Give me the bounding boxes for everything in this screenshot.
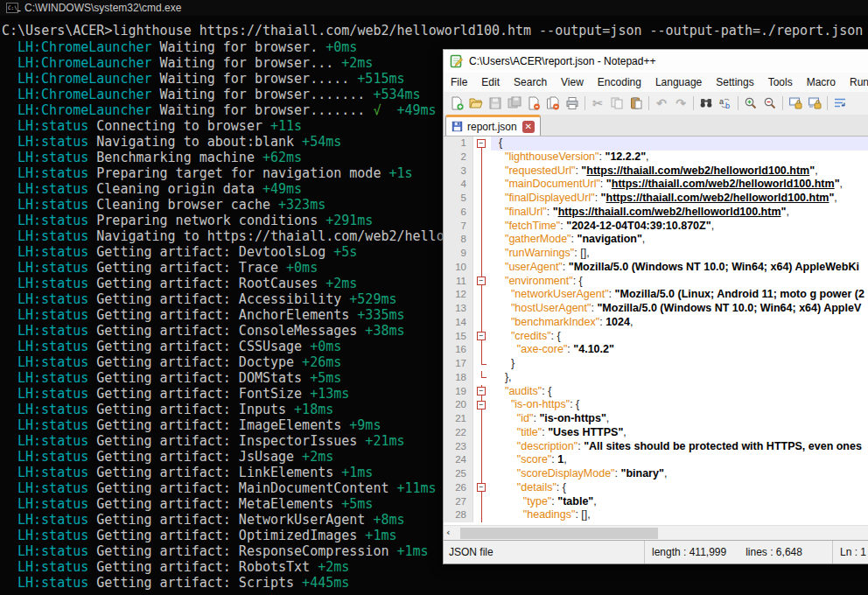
fold-guide xyxy=(473,192,491,206)
line-number: 12 xyxy=(444,288,473,302)
menu-settings[interactable]: Settings xyxy=(709,76,760,88)
code-text[interactable]: "headings": [], xyxy=(491,508,868,522)
cmd-titlebar[interactable]: C:\_ C:\WINDOWS\system32\cmd.exe xyxy=(0,0,868,16)
menu-search[interactable]: Search xyxy=(507,76,554,88)
code-line: 2 "lighthouseVersion": "12.2.2", xyxy=(444,150,868,164)
code-text[interactable]: "title": "Uses HTTPS", xyxy=(491,426,868,440)
copy-icon[interactable] xyxy=(607,94,626,112)
code-text[interactable]: "benchmarkIndex": 1024, xyxy=(491,316,868,330)
menu-encoding[interactable]: Encoding xyxy=(591,76,648,88)
code-line: 9 "runWarnings": [], xyxy=(444,247,868,261)
zoom-out-icon[interactable] xyxy=(760,94,780,112)
save-all-icon[interactable] xyxy=(505,94,524,112)
code-text[interactable]: "id": "is-on-https", xyxy=(491,412,868,426)
fold-collapse-icon[interactable]: − xyxy=(473,481,491,495)
horizontal-scrollbar[interactable]: ‹ xyxy=(444,525,868,540)
menu-tools[interactable]: Tools xyxy=(761,76,800,88)
fold-guide xyxy=(473,495,491,509)
new-file-icon[interactable] xyxy=(447,94,466,112)
line-number: 19 xyxy=(444,385,473,399)
replace-icon[interactable]: ab xyxy=(716,94,735,112)
code-text[interactable]: "score": 1, xyxy=(491,453,868,467)
fold-guide xyxy=(473,440,491,454)
code-text[interactable]: "runWarnings": [], xyxy=(491,247,868,261)
code-text[interactable]: "description": "All sites should be prot… xyxy=(491,440,868,454)
status-bar: JSON file length : 411,999 lines : 6,648… xyxy=(444,540,868,564)
fold-collapse-icon[interactable]: − xyxy=(473,330,491,344)
menu-view[interactable]: View xyxy=(554,76,591,88)
fold-guide xyxy=(473,453,491,467)
toolbar-separator xyxy=(738,96,738,110)
fold-collapse-icon[interactable]: − xyxy=(473,385,491,399)
fold-guide xyxy=(473,164,491,178)
fold-collapse-icon[interactable]: − xyxy=(473,275,491,289)
line-number: 8 xyxy=(444,233,473,247)
undo-icon[interactable]: ↶ xyxy=(652,94,671,112)
tab-report-json[interactable]: report.json ✕ xyxy=(445,115,541,136)
cut-icon[interactable]: ✂ xyxy=(588,94,607,112)
tab-close-icon[interactable]: ✕ xyxy=(522,121,535,133)
code-text[interactable]: "fetchTime": "2024-12-04T04:39:10.870Z", xyxy=(491,220,868,234)
code-line: 20− "is-on-https": { xyxy=(444,398,868,412)
screen: C:\_ C:\WINDOWS\system32\cmd.exe C:\User… xyxy=(0,0,868,595)
zoom-in-icon[interactable] xyxy=(741,94,760,112)
code-text[interactable]: "networkUserAgent": "Mozilla/5.0 (Linux;… xyxy=(491,288,868,302)
word-wrap-icon[interactable] xyxy=(830,94,850,112)
line-number: 3 xyxy=(444,164,473,178)
editor-area[interactable]: 1−{2 "lighthouseVersion": "12.2.2",3 "re… xyxy=(444,136,868,525)
code-text[interactable]: "credits": { xyxy=(491,330,868,344)
close-all-icon[interactable] xyxy=(543,94,563,112)
code-text[interactable]: "lighthouseVersion": "12.2.2", xyxy=(491,150,868,164)
code-text[interactable]: "is-on-https": { xyxy=(491,398,868,412)
code-text[interactable]: }, xyxy=(491,371,868,385)
code-text[interactable]: "audits": { xyxy=(491,385,868,399)
code-text[interactable]: "requestedUrl": "https://thaiall.com/web… xyxy=(491,164,868,178)
line-number: 1 xyxy=(444,136,473,150)
fold-guide xyxy=(473,220,491,234)
menu-macro[interactable]: Macro xyxy=(800,76,843,88)
close-file-icon[interactable] xyxy=(524,94,543,112)
tab-bar: report.json ✕ xyxy=(444,115,868,136)
code-line: 6 "finalUrl": "https://thaiall.com/web2/… xyxy=(444,206,868,220)
notepadpp-titlebar[interactable]: C:\Users\ACER\report.json - Notepad++ xyxy=(444,50,868,73)
toolbar-separator xyxy=(827,96,828,110)
code-text[interactable]: "userAgent": "Mozilla/5.0 (Windows NT 10… xyxy=(491,261,868,275)
scroll-left-arrow-icon[interactable]: ‹ xyxy=(446,526,458,541)
code-text[interactable]: "hostUserAgent": "Mozilla/5.0 (Windows N… xyxy=(491,302,868,316)
code-text[interactable]: "details": { xyxy=(491,481,868,495)
code-line: 19− "audits": { xyxy=(444,385,868,399)
fold-collapse-icon[interactable]: − xyxy=(473,136,491,150)
notepadpp-title: C:\Users\ACER\report.json - Notepad++ xyxy=(469,55,655,67)
code-text[interactable]: "mainDocumentUrl": "https://thaiall.com/… xyxy=(491,178,868,192)
svg-text:b: b xyxy=(725,102,730,110)
code-text[interactable]: "gatherMode": "navigation", xyxy=(491,233,868,247)
menu-edit[interactable]: Edit xyxy=(474,76,507,88)
sync-vertical-scroll-icon[interactable] xyxy=(786,94,805,112)
code-text[interactable]: "finalDisplayedUrl": "https://thaiall.co… xyxy=(491,192,868,206)
tab-label: report.json xyxy=(467,121,517,133)
line-number: 16 xyxy=(444,343,473,357)
find-icon[interactable] xyxy=(696,94,716,112)
code-text[interactable]: "environment": { xyxy=(491,275,868,289)
menu-run[interactable]: Run xyxy=(843,76,868,88)
code-text[interactable]: "axe-core": "4.10.2" xyxy=(491,343,868,357)
sync-horizontal-scroll-icon[interactable] xyxy=(805,94,824,112)
code-text[interactable]: { xyxy=(491,136,868,150)
paste-icon[interactable] xyxy=(626,94,646,112)
code-text[interactable]: "scoreDisplayMode": "binary", xyxy=(491,467,868,481)
scrollbar-thumb[interactable] xyxy=(460,528,658,539)
code-line: 12 "networkUserAgent": "Mozilla/5.0 (Lin… xyxy=(444,288,868,302)
menu-language[interactable]: Language xyxy=(648,76,709,88)
open-file-icon[interactable] xyxy=(466,94,486,112)
fold-collapse-icon[interactable]: − xyxy=(473,398,491,412)
code-text[interactable]: "type": "table", xyxy=(491,495,868,509)
menu-file[interactable]: File xyxy=(444,76,474,88)
redo-icon[interactable]: ↷ xyxy=(671,94,690,112)
code-line: 1−{ xyxy=(444,136,868,150)
code-line: 11− "environment": { xyxy=(444,275,868,289)
line-number: 10 xyxy=(444,261,473,275)
print-icon[interactable] xyxy=(563,94,582,112)
code-text[interactable]: "finalUrl": "https://thaiall.com/web2/he… xyxy=(491,206,868,220)
code-text[interactable]: } xyxy=(491,357,868,371)
save-icon[interactable] xyxy=(486,94,505,112)
